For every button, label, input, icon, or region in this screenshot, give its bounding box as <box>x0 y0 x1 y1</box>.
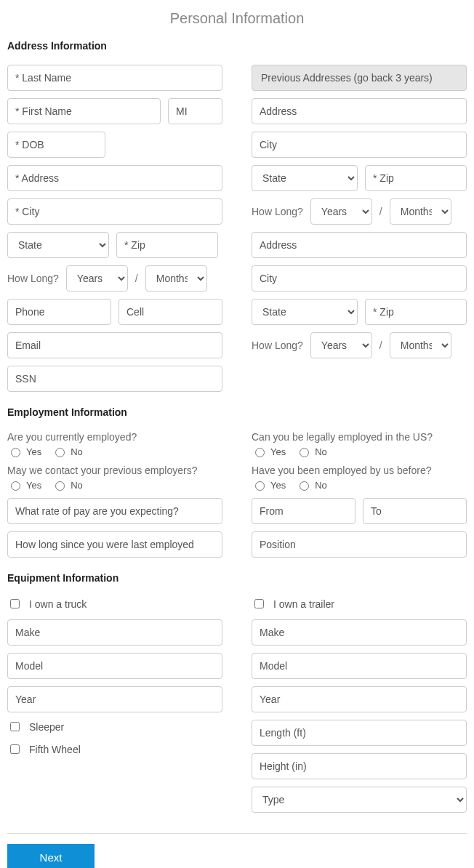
prev1-slash: / <box>379 206 382 217</box>
q3-no-radio[interactable] <box>300 448 309 457</box>
q4-yes-radio[interactable] <box>255 481 265 491</box>
trailer-length-input[interactable] <box>252 720 467 746</box>
trailer-model-input[interactable] <box>252 653 467 679</box>
prev2-city-input[interactable] <box>252 265 467 292</box>
cell-input[interactable] <box>118 299 222 325</box>
prev1-months-select[interactable]: Months <box>390 198 451 225</box>
q2-no-label: No <box>71 480 83 491</box>
q2-no-radio[interactable] <box>55 481 65 491</box>
mi-input[interactable] <box>168 98 222 124</box>
q1-no-label: No <box>71 446 83 457</box>
since-input[interactable] <box>7 531 222 558</box>
fifthwheel-label: Fifth Wheel <box>29 744 81 755</box>
q4-yes-label: Yes <box>270 480 286 491</box>
prev1-address-input[interactable] <box>252 98 467 124</box>
howlong-label: How Long? <box>7 273 59 284</box>
state-select[interactable]: State <box>7 232 109 258</box>
first-name-input[interactable] <box>7 98 161 124</box>
prev-addresses-header: Previous Addresses (go back 3 years) <box>252 65 467 91</box>
address-input[interactable] <box>7 165 222 191</box>
trailer-height-input[interactable] <box>252 753 467 779</box>
section-employment: Employment Information <box>7 406 467 418</box>
slash-sep: / <box>135 273 138 284</box>
q3-no-label: No <box>315 446 327 457</box>
sleeper-label: Sleeper <box>29 721 64 733</box>
truck-make-input[interactable] <box>7 619 222 646</box>
months-select[interactable]: Months <box>145 265 207 292</box>
trailer-make-input[interactable] <box>252 619 467 646</box>
prev2-zip-input[interactable] <box>365 299 467 325</box>
emp-q3: Can you be legally employed in the US? <box>252 431 467 443</box>
prev1-zip-input[interactable] <box>365 165 467 191</box>
section-address: Address Information <box>7 40 467 52</box>
trailer-year-input[interactable] <box>252 686 467 712</box>
ssn-input[interactable] <box>7 366 222 392</box>
prev2-years-select[interactable]: Years <box>310 332 372 358</box>
q1-yes-label: Yes <box>26 446 41 457</box>
own-trailer-checkbox[interactable] <box>254 599 264 608</box>
years-select[interactable]: Years <box>66 265 128 292</box>
next-button[interactable]: Next <box>7 844 95 868</box>
q3-yes-radio[interactable] <box>255 448 265 457</box>
rate-input[interactable] <box>7 498 222 524</box>
prev2-slash: / <box>379 339 382 351</box>
position-input[interactable] <box>252 531 467 558</box>
q4-no-radio[interactable] <box>300 481 309 491</box>
own-truck-checkbox[interactable] <box>10 599 20 608</box>
q2-yes-label: Yes <box>26 480 41 491</box>
emp-q1: Are you currently employed? <box>7 431 222 443</box>
last-name-input[interactable] <box>7 65 222 91</box>
q2-yes-radio[interactable] <box>11 481 20 491</box>
section-equipment: Equipment Information <box>7 572 467 584</box>
divider <box>7 833 467 834</box>
trailer-type-select[interactable]: Type <box>252 787 467 813</box>
emp-q2: May we contact your previous employers? <box>7 465 222 476</box>
q1-yes-radio[interactable] <box>11 448 20 457</box>
q1-no-radio[interactable] <box>55 448 65 457</box>
prev2-months-select[interactable]: Months <box>390 332 451 358</box>
prev1-years-select[interactable]: Years <box>310 198 372 225</box>
truck-year-input[interactable] <box>7 686 222 712</box>
prev1-howlong-label: How Long? <box>252 206 303 217</box>
email-input[interactable] <box>7 332 222 358</box>
prev1-city-input[interactable] <box>252 132 467 158</box>
own-trailer-label: I own a trailer <box>273 598 334 610</box>
prev2-state-select[interactable]: State <box>252 299 358 325</box>
prev2-address-input[interactable] <box>252 232 467 258</box>
zip-input[interactable] <box>116 232 218 258</box>
sleeper-checkbox[interactable] <box>10 722 20 731</box>
q4-no-label: No <box>315 480 327 491</box>
prev2-howlong-label: How Long? <box>252 339 303 351</box>
from-input[interactable] <box>252 498 356 524</box>
phone-input[interactable] <box>7 299 111 325</box>
fifthwheel-checkbox[interactable] <box>10 744 20 754</box>
dob-input[interactable] <box>7 132 105 158</box>
to-input[interactable] <box>363 498 467 524</box>
city-input[interactable] <box>7 198 222 225</box>
prev1-state-select[interactable]: State <box>252 165 358 191</box>
own-truck-label: I own a truck <box>29 598 87 610</box>
truck-model-input[interactable] <box>7 653 222 679</box>
page-title: Personal Information <box>7 10 467 27</box>
emp-q4: Have you been employed by us before? <box>252 465 467 476</box>
q3-yes-label: Yes <box>270 446 286 457</box>
